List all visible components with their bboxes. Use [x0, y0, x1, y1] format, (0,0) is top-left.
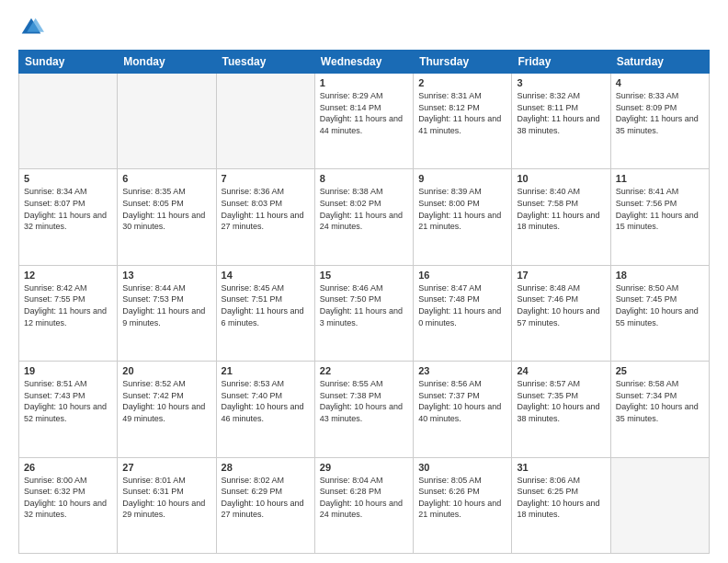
calendar-cell — [216, 74, 314, 169]
calendar-cell: 14Sunrise: 8:45 AM Sunset: 7:51 PM Dayli… — [216, 265, 314, 361]
day-info: Sunrise: 8:34 AM Sunset: 8:07 PM Dayligh… — [24, 186, 112, 232]
day-info: Sunrise: 8:52 AM Sunset: 7:42 PM Dayligh… — [122, 378, 210, 424]
calendar-table: SundayMondayTuesdayWednesdayThursdayFrid… — [18, 50, 710, 554]
calendar-cell: 11Sunrise: 8:41 AM Sunset: 7:56 PM Dayli… — [610, 169, 709, 265]
day-info: Sunrise: 8:04 AM Sunset: 6:28 PM Dayligh… — [320, 475, 408, 521]
calendar-cell: 21Sunrise: 8:53 AM Sunset: 7:40 PM Dayli… — [216, 362, 314, 457]
calendar-cell: 22Sunrise: 8:55 AM Sunset: 7:38 PM Dayli… — [314, 362, 413, 457]
day-info: Sunrise: 8:36 AM Sunset: 8:03 PM Dayligh… — [222, 186, 310, 232]
day-number: 26 — [24, 462, 112, 473]
day-number: 7 — [222, 173, 310, 184]
calendar-cell: 28Sunrise: 8:02 AM Sunset: 6:29 PM Dayli… — [216, 457, 314, 553]
day-number: 25 — [616, 365, 704, 376]
calendar-cell: 16Sunrise: 8:47 AM Sunset: 7:48 PM Dayli… — [414, 265, 512, 361]
calendar-cell: 9Sunrise: 8:39 AM Sunset: 8:00 PM Daylig… — [414, 169, 512, 265]
day-info: Sunrise: 8:47 AM Sunset: 7:48 PM Dayligh… — [418, 282, 506, 328]
calendar-cell: 18Sunrise: 8:50 AM Sunset: 7:45 PM Dayli… — [610, 265, 709, 361]
day-info: Sunrise: 8:35 AM Sunset: 8:05 PM Dayligh… — [122, 186, 210, 232]
day-info: Sunrise: 8:29 AM Sunset: 8:14 PM Dayligh… — [320, 90, 408, 136]
calendar-week-1: 1Sunrise: 8:29 AM Sunset: 8:14 PM Daylig… — [19, 74, 710, 169]
day-number: 9 — [418, 173, 506, 184]
calendar-cell — [610, 457, 709, 553]
weekday-header-thursday: Thursday — [414, 51, 512, 74]
day-info: Sunrise: 8:32 AM Sunset: 8:11 PM Dayligh… — [517, 90, 605, 136]
calendar-cell — [118, 74, 216, 169]
day-info: Sunrise: 8:50 AM Sunset: 7:45 PM Dayligh… — [616, 282, 704, 328]
day-info: Sunrise: 8:58 AM Sunset: 7:34 PM Dayligh… — [616, 378, 704, 424]
day-info: Sunrise: 8:45 AM Sunset: 7:51 PM Dayligh… — [222, 282, 310, 328]
calendar-cell: 5Sunrise: 8:34 AM Sunset: 8:07 PM Daylig… — [19, 169, 118, 265]
day-info: Sunrise: 8:56 AM Sunset: 7:37 PM Dayligh… — [418, 378, 506, 424]
day-info: Sunrise: 8:00 AM Sunset: 6:32 PM Dayligh… — [24, 475, 112, 521]
calendar-cell: 12Sunrise: 8:42 AM Sunset: 7:55 PM Dayli… — [19, 265, 118, 361]
day-info: Sunrise: 8:02 AM Sunset: 6:29 PM Dayligh… — [222, 475, 310, 521]
calendar-cell: 25Sunrise: 8:58 AM Sunset: 7:34 PM Dayli… — [610, 362, 709, 457]
day-info: Sunrise: 8:48 AM Sunset: 7:46 PM Dayligh… — [517, 282, 605, 328]
day-number: 18 — [616, 270, 704, 281]
day-number: 22 — [320, 365, 408, 376]
weekday-header-sunday: Sunday — [19, 51, 118, 74]
calendar-cell: 7Sunrise: 8:36 AM Sunset: 8:03 PM Daylig… — [216, 169, 314, 265]
weekday-header-wednesday: Wednesday — [314, 51, 413, 74]
day-info: Sunrise: 8:57 AM Sunset: 7:35 PM Dayligh… — [517, 378, 605, 424]
calendar-cell: 6Sunrise: 8:35 AM Sunset: 8:05 PM Daylig… — [118, 169, 216, 265]
calendar-week-5: 26Sunrise: 8:00 AM Sunset: 6:32 PM Dayli… — [19, 457, 710, 553]
day-number: 27 — [122, 462, 210, 473]
day-info: Sunrise: 8:40 AM Sunset: 7:58 PM Dayligh… — [517, 186, 605, 232]
day-number: 24 — [517, 365, 605, 376]
header — [18, 15, 710, 40]
calendar-cell: 4Sunrise: 8:33 AM Sunset: 8:09 PM Daylig… — [610, 74, 709, 169]
calendar-cell: 30Sunrise: 8:05 AM Sunset: 6:26 PM Dayli… — [414, 457, 512, 553]
day-info: Sunrise: 8:42 AM Sunset: 7:55 PM Dayligh… — [24, 282, 112, 328]
day-info: Sunrise: 8:51 AM Sunset: 7:43 PM Dayligh… — [24, 378, 112, 424]
day-number: 8 — [320, 173, 408, 184]
calendar-cell: 20Sunrise: 8:52 AM Sunset: 7:42 PM Dayli… — [118, 362, 216, 457]
day-number: 12 — [24, 270, 112, 281]
day-info: Sunrise: 8:38 AM Sunset: 8:02 PM Dayligh… — [320, 186, 408, 232]
day-number: 17 — [517, 270, 605, 281]
calendar-cell: 23Sunrise: 8:56 AM Sunset: 7:37 PM Dayli… — [414, 362, 512, 457]
logo-icon — [18, 15, 44, 40]
calendar-cell: 31Sunrise: 8:06 AM Sunset: 6:25 PM Dayli… — [512, 457, 610, 553]
day-number: 13 — [122, 270, 210, 281]
weekday-header-saturday: Saturday — [610, 51, 709, 74]
calendar-cell: 2Sunrise: 8:31 AM Sunset: 8:12 PM Daylig… — [414, 74, 512, 169]
weekday-header-row: SundayMondayTuesdayWednesdayThursdayFrid… — [19, 51, 710, 74]
day-number: 31 — [517, 462, 605, 473]
day-info: Sunrise: 8:33 AM Sunset: 8:09 PM Dayligh… — [616, 90, 704, 136]
calendar-cell: 8Sunrise: 8:38 AM Sunset: 8:02 PM Daylig… — [314, 169, 413, 265]
calendar-cell: 10Sunrise: 8:40 AM Sunset: 7:58 PM Dayli… — [512, 169, 610, 265]
day-info: Sunrise: 8:06 AM Sunset: 6:25 PM Dayligh… — [517, 475, 605, 521]
day-number: 30 — [418, 462, 506, 473]
calendar-cell: 29Sunrise: 8:04 AM Sunset: 6:28 PM Dayli… — [314, 457, 413, 553]
calendar-cell: 15Sunrise: 8:46 AM Sunset: 7:50 PM Dayli… — [314, 265, 413, 361]
day-info: Sunrise: 8:55 AM Sunset: 7:38 PM Dayligh… — [320, 378, 408, 424]
day-number: 2 — [418, 77, 506, 88]
day-number: 3 — [517, 77, 605, 88]
calendar-cell — [19, 74, 118, 169]
day-info: Sunrise: 8:31 AM Sunset: 8:12 PM Dayligh… — [418, 90, 506, 136]
calendar-cell: 3Sunrise: 8:32 AM Sunset: 8:11 PM Daylig… — [512, 74, 610, 169]
day-info: Sunrise: 8:05 AM Sunset: 6:26 PM Dayligh… — [418, 475, 506, 521]
calendar-cell: 26Sunrise: 8:00 AM Sunset: 6:32 PM Dayli… — [19, 457, 118, 553]
day-number: 6 — [122, 173, 210, 184]
day-number: 15 — [320, 270, 408, 281]
calendar-week-3: 12Sunrise: 8:42 AM Sunset: 7:55 PM Dayli… — [19, 265, 710, 361]
day-number: 19 — [24, 365, 112, 376]
day-info: Sunrise: 8:41 AM Sunset: 7:56 PM Dayligh… — [616, 186, 704, 232]
page: SundayMondayTuesdayWednesdayThursdayFrid… — [0, 0, 728, 563]
day-number: 14 — [222, 270, 310, 281]
calendar-cell: 1Sunrise: 8:29 AM Sunset: 8:14 PM Daylig… — [314, 74, 413, 169]
weekday-header-tuesday: Tuesday — [216, 51, 314, 74]
day-number: 16 — [418, 270, 506, 281]
day-info: Sunrise: 8:01 AM Sunset: 6:31 PM Dayligh… — [122, 475, 210, 521]
weekday-header-friday: Friday — [512, 51, 610, 74]
calendar-cell: 17Sunrise: 8:48 AM Sunset: 7:46 PM Dayli… — [512, 265, 610, 361]
calendar-week-4: 19Sunrise: 8:51 AM Sunset: 7:43 PM Dayli… — [19, 362, 710, 457]
day-number: 11 — [616, 173, 704, 184]
day-number: 1 — [320, 77, 408, 88]
calendar-cell: 27Sunrise: 8:01 AM Sunset: 6:31 PM Dayli… — [118, 457, 216, 553]
day-info: Sunrise: 8:53 AM Sunset: 7:40 PM Dayligh… — [222, 378, 310, 424]
day-number: 10 — [517, 173, 605, 184]
day-info: Sunrise: 8:46 AM Sunset: 7:50 PM Dayligh… — [320, 282, 408, 328]
